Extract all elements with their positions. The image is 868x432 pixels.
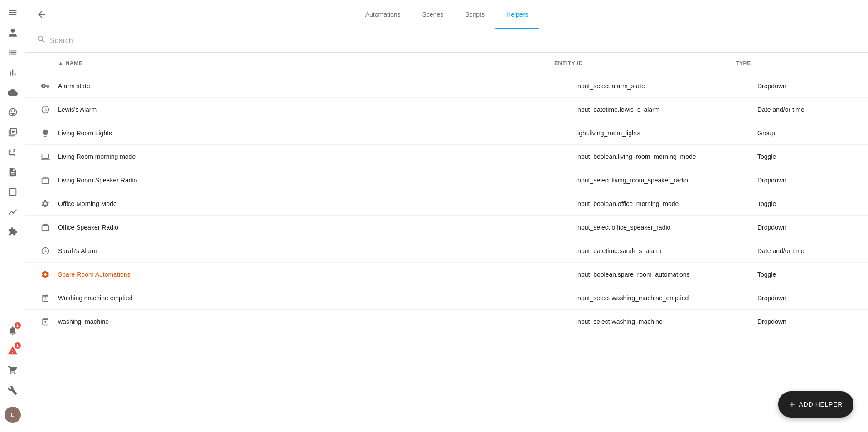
header: Automations Scenes Scripts Helpers bbox=[25, 0, 868, 29]
machine-icon bbox=[36, 289, 54, 307]
search-bar bbox=[25, 29, 868, 53]
table-row[interactable]: Living Room Lightslight.living_room_ligh… bbox=[25, 121, 868, 145]
wrench-icon[interactable] bbox=[4, 381, 22, 399]
bulb-icon bbox=[36, 124, 54, 142]
cloud-icon[interactable] bbox=[4, 83, 22, 101]
table-row[interactable]: Alarm stateinput_select.alarm_stateDropd… bbox=[25, 74, 868, 98]
row-name: Living Room Lights bbox=[58, 130, 576, 137]
table-row[interactable]: Living Room Speaker Radioinput_select.li… bbox=[25, 168, 868, 192]
notification-badge: 1 bbox=[15, 322, 21, 329]
row-entity-id: input_select.washing_machine bbox=[576, 318, 757, 325]
row-type: Dropdown bbox=[757, 318, 857, 325]
radio2-icon bbox=[36, 218, 54, 236]
nav-tabs: Automations Scenes Scripts Helpers bbox=[354, 0, 539, 29]
row-name: Office Speaker Radio bbox=[58, 224, 576, 231]
row-type: Dropdown bbox=[757, 177, 857, 184]
table-row[interactable]: Office Speaker Radioinput_select.office_… bbox=[25, 216, 868, 239]
row-type: Dropdown bbox=[757, 294, 857, 302]
tab-helpers[interactable]: Helpers bbox=[495, 0, 539, 29]
notification-icon[interactable]: 1 bbox=[4, 322, 22, 340]
row-entity-id: input_select.washing_machine_emptied bbox=[576, 294, 757, 302]
row-entity-id: input_boolean.spare_room_automations bbox=[576, 271, 757, 278]
row-name: Sarah's Alarm bbox=[58, 247, 576, 254]
row-entity-id: input_datetime.lewis_s_alarm bbox=[576, 106, 757, 113]
laptop-icon bbox=[36, 148, 54, 166]
row-type: Toggle bbox=[757, 153, 857, 160]
row-entity-id: input_datetime.sarah_s_alarm bbox=[576, 247, 757, 254]
table-row[interactable]: Washing machine emptiedinput_select.wash… bbox=[25, 286, 868, 310]
machine2-icon bbox=[36, 312, 54, 331]
table-header: ▲ Name Entity ID Type bbox=[25, 53, 868, 74]
row-name: Spare Room Automations bbox=[58, 271, 576, 278]
row-name: Living Room morning mode bbox=[58, 153, 576, 160]
column-entity-id: Entity ID bbox=[554, 60, 736, 67]
sidebar: 1 1 L bbox=[0, 0, 25, 432]
add-helper-button[interactable]: + ADD HELPER bbox=[778, 391, 853, 418]
satellite-icon[interactable] bbox=[4, 143, 22, 161]
row-name: Alarm state bbox=[58, 82, 576, 90]
row-name: Living Room Speaker Radio bbox=[58, 177, 576, 184]
chart-icon[interactable] bbox=[4, 63, 22, 82]
column-type: Type bbox=[736, 60, 835, 67]
row-type: Group bbox=[757, 130, 857, 137]
table-row[interactable]: Living Room morning modeinput_boolean.li… bbox=[25, 145, 868, 168]
row-entity-id: light.living_room_lights bbox=[576, 130, 757, 137]
fab-label: ADD HELPER bbox=[799, 401, 843, 408]
linechart-icon[interactable] bbox=[4, 203, 22, 221]
row-type: Dropdown bbox=[757, 224, 857, 231]
key-icon bbox=[36, 77, 54, 95]
table-row[interactable]: Sarah's Alarminput_datetime.sarah_s_alar… bbox=[25, 239, 868, 263]
row-type: Dropdown bbox=[757, 82, 857, 90]
gear2-icon bbox=[36, 265, 54, 283]
search-icon bbox=[36, 34, 46, 47]
sort-up-arrow: ▲ bbox=[58, 60, 63, 67]
document-icon[interactable] bbox=[4, 163, 22, 181]
back-button[interactable] bbox=[33, 5, 51, 24]
alert-badge: 1 bbox=[15, 342, 21, 349]
tab-scenes[interactable]: Scenes bbox=[412, 0, 455, 29]
row-entity-id: input_select.office_speaker_radio bbox=[576, 224, 757, 231]
face-icon[interactable] bbox=[4, 103, 22, 121]
column-name-label: Name bbox=[65, 60, 82, 67]
row-type: Date and/or time bbox=[757, 106, 857, 113]
tab-automations[interactable]: Automations bbox=[354, 0, 412, 29]
fab-icon: + bbox=[789, 398, 795, 410]
column-name[interactable]: ▲ Name bbox=[58, 60, 554, 67]
main-content: Automations Scenes Scripts Helpers ▲ Nam… bbox=[25, 0, 868, 432]
tab-scripts[interactable]: Scripts bbox=[454, 0, 495, 29]
row-entity-id: input_select.living_room_speaker_radio bbox=[576, 177, 757, 184]
radio-icon bbox=[36, 171, 54, 189]
row-name: Washing machine emptied bbox=[58, 294, 576, 302]
table-row[interactable]: Lewis's Alarminput_datetime.lewis_s_alar… bbox=[25, 98, 868, 121]
row-entity-id: input_boolean.living_room_morning_mode bbox=[576, 153, 757, 160]
table-rows: Alarm stateinput_select.alarm_stateDropd… bbox=[25, 74, 868, 333]
row-type: Toggle bbox=[757, 271, 857, 278]
row-entity-id: input_select.alarm_state bbox=[576, 82, 757, 90]
row-name: washing_machine bbox=[58, 318, 576, 325]
helpers-table: ▲ Name Entity ID Type Alarm stateinput_s… bbox=[25, 53, 868, 432]
gear-icon bbox=[36, 195, 54, 213]
table-row[interactable]: washing_machineinput_select.washing_mach… bbox=[25, 310, 868, 333]
row-entity-id: input_boolean.office_morning_mode bbox=[576, 200, 757, 207]
menu-icon[interactable] bbox=[4, 4, 22, 22]
person-icon[interactable] bbox=[4, 24, 22, 42]
row-name: Lewis's Alarm bbox=[58, 106, 576, 113]
search-input[interactable] bbox=[50, 37, 857, 45]
table-row[interactable]: Office Morning Modeinput_boolean.office_… bbox=[25, 192, 868, 216]
row-type: Toggle bbox=[757, 200, 857, 207]
tag-icon[interactable] bbox=[4, 123, 22, 141]
clock2-icon bbox=[36, 242, 54, 260]
box-icon[interactable] bbox=[4, 183, 22, 201]
row-name: Office Morning Mode bbox=[58, 200, 576, 207]
puzzle-icon[interactable] bbox=[4, 223, 22, 241]
table-row[interactable]: Spare Room Automationsinput_boolean.spar… bbox=[25, 263, 868, 286]
alert-icon[interactable]: 1 bbox=[4, 341, 22, 360]
list-icon[interactable] bbox=[4, 43, 22, 62]
cart-icon[interactable] bbox=[4, 361, 22, 379]
clock-icon bbox=[36, 101, 54, 119]
row-type: Date and/or time bbox=[757, 247, 857, 254]
user-avatar[interactable]: L bbox=[5, 407, 21, 423]
